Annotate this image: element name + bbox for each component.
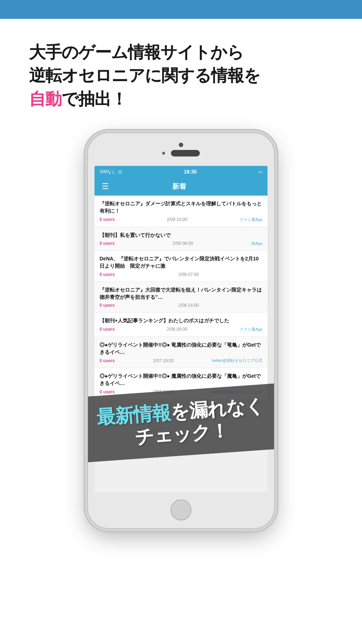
status-time: 18:36 xyxy=(184,169,197,175)
news-date: 2/09 07:00 xyxy=(178,272,199,277)
news-item-meta: 0 users2/09 08:0036App xyxy=(100,241,262,246)
news-users: 0 users xyxy=(100,358,115,363)
phone-camera xyxy=(179,143,183,147)
news-date: 2/08 08:00 xyxy=(167,327,188,332)
top-bar xyxy=(0,0,362,19)
phone-dot xyxy=(162,152,165,155)
news-item-meta: 0 users2/09 10:00ファミ通App xyxy=(100,217,262,222)
status-left: SIMなし ⊙ xyxy=(100,169,122,175)
news-item-title: 【朝刊+人気記事ランキング】わたしのボスはガチでした xyxy=(100,317,262,324)
carrier-label: SIMなし xyxy=(100,169,116,175)
phone-speaker xyxy=(171,150,200,156)
overlay-highlight: 最新情報 xyxy=(96,402,171,428)
news-source: ファミ通App xyxy=(239,217,262,222)
phone-mockup: SIMなし ⊙ 18:36 ▭ ☰ 新着 『逆転オセロニア』ダメージ計算式とスキ… xyxy=(87,132,275,529)
news-source: twitter@逆転オセロニア公式 xyxy=(212,358,262,363)
news-users: 0 users xyxy=(100,389,115,394)
news-item[interactable]: 『逆転オセロニア』ダメージ計算式とスキルを理解してバトルをもっと有利に！0 us… xyxy=(94,196,268,227)
news-item[interactable]: 『逆転オセロニア』大回復で大逆転を狙え！バレンタイン限定キャラは徳井青空が声を担… xyxy=(94,282,268,313)
news-item-title: 【朝刊】私を置いて行かないで xyxy=(100,231,262,239)
phone-side-buttons xyxy=(87,191,87,252)
news-item[interactable]: 【朝刊+人気記事ランキング】わたしのボスはガチでした0 users2/08 08… xyxy=(94,313,268,336)
status-bar: SIMなし ⊙ 18:36 ▭ xyxy=(94,166,268,177)
phone-speaker-row xyxy=(162,150,200,156)
news-users: 0 users xyxy=(100,272,115,277)
news-date: 2/08 14:00 xyxy=(178,303,199,308)
status-right: ▭ xyxy=(258,169,262,175)
phone-bottom xyxy=(88,492,274,528)
news-source: 36App xyxy=(251,241,262,246)
side-btn-2 xyxy=(87,210,87,228)
hero-suffix: で抽出！ xyxy=(62,89,127,108)
news-users: 0 users xyxy=(100,303,115,308)
news-item-meta: 0 users2/08 14:00 xyxy=(100,303,262,308)
news-item[interactable]: ◎●ゲリライベント開催中!!◎● 竜属性の強化に必要な「竜亀」がGetできるイベ… xyxy=(94,337,268,368)
phone-container: SIMなし ⊙ 18:36 ▭ ☰ 新着 『逆転オセロニア』ダメージ計算式とスキ… xyxy=(0,132,362,529)
news-users: 0 users xyxy=(100,327,115,332)
news-users: 0 users xyxy=(100,217,115,222)
news-item-title: 『逆転オセロニア』大回復で大逆転を狙え！バレンタイン限定キャラは徳井青空が声を担… xyxy=(100,286,262,301)
hero-line2: 逆転オセロニアに関する情報を xyxy=(29,66,260,85)
news-item[interactable]: DeNA、『逆転オセロニア』でバレンタイン限定決戦イベントを2月10日より開始 … xyxy=(94,251,268,282)
side-btn-3 xyxy=(87,234,87,252)
news-date: 2/09 10:00 xyxy=(167,217,188,222)
news-item-title: ◎●ゲリライベント開催中!!◎● 魔属性の強化に必要な「魔亀」がGetできるイベ… xyxy=(100,372,262,387)
news-item-title: ◎●ゲリライベント開催中!!◎● 竜属性の強化に必要な「竜亀」がGetできるイベ… xyxy=(100,341,262,356)
hero-line1: 大手のゲーム情報サイトから xyxy=(29,43,244,62)
overlay-text: 最新情報を漏れなくチェック！ xyxy=(94,394,268,452)
nav-bar: ☰ 新着 xyxy=(94,177,268,196)
news-item-meta: 0 users2/07 19:03twitter@逆転オセロニア公式 xyxy=(100,358,262,363)
news-item[interactable]: 【朝刊】私を置いて行かないで0 users2/09 08:0036App xyxy=(94,227,268,251)
battery-icon: ▭ xyxy=(258,169,262,175)
news-item-title: 『逆転オセロニア』ダメージ計算式とスキルを理解してバトルをもっと有利に！ xyxy=(100,200,262,215)
news-date: 2/07 19:03 xyxy=(153,358,174,363)
news-source: ファミ通App xyxy=(239,327,262,332)
news-item-title: DeNA、『逆転オセロニア』でバレンタイン限定決戦イベントを2月10日より開始 … xyxy=(100,255,262,270)
home-button[interactable] xyxy=(171,499,191,520)
wifi-icon: ⊙ xyxy=(118,169,122,175)
news-list: 『逆転オセロニア』ダメージ計算式とスキルを理解してバトルをもっと有利に！0 us… xyxy=(94,196,268,400)
news-date: 2/09 08:00 xyxy=(173,241,193,246)
news-item-meta: 0 users2/08 08:00ファミ通App xyxy=(100,327,262,332)
hero-title: 大手のゲーム情報サイトから 逆転オセロニアに関する情報を 自動で抽出！ xyxy=(29,41,333,110)
news-users: 0 users xyxy=(100,241,115,246)
news-item-meta: 0 users2/09 07:00 xyxy=(100,272,262,277)
hero-section: 大手のゲーム情報サイトから 逆転オセロニアに関する情報を 自動で抽出！ xyxy=(0,19,362,125)
hamburger-icon[interactable]: ☰ xyxy=(102,183,109,191)
hero-highlight: 自動 xyxy=(29,89,62,108)
nav-title: 新着 xyxy=(172,182,186,191)
phone-top xyxy=(88,133,274,166)
side-btn-1 xyxy=(87,191,87,204)
